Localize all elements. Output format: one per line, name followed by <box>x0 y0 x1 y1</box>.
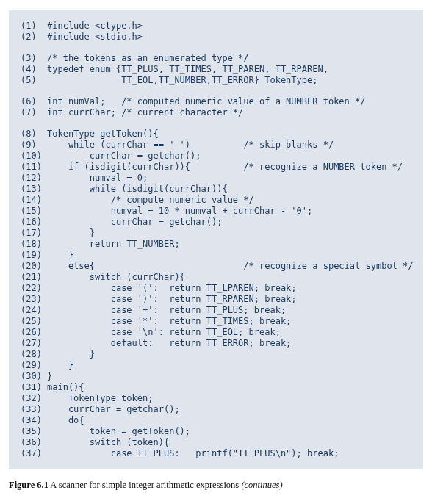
code-line: (34) do{ <box>15 415 417 426</box>
code-line: (26) case '\n': return TT_EOL; break; <box>15 327 417 338</box>
code-line: (33) currChar = getchar(); <box>15 404 417 415</box>
code-line: (18) return TT_NUMBER; <box>15 239 417 250</box>
code-line: (32) TokenType token; <box>15 393 417 404</box>
code-line: (19) } <box>15 250 417 261</box>
line-text: do{ <box>47 415 417 426</box>
line-text: } <box>47 228 417 239</box>
code-line: (25) case '*': return TT_TIMES; break; <box>15 316 417 327</box>
line-text: #include <stdio.h> <box>47 32 417 43</box>
line-text: else{ /* recognize a special symbol */ <box>47 261 417 272</box>
line-number: (13) <box>15 184 47 195</box>
code-line: (21) switch (currChar){ <box>15 272 417 283</box>
code-line: (13) while (isdigit(currChar)){ <box>15 184 417 195</box>
code-line: (24) case '+': return TT_PLUS; break; <box>15 305 417 316</box>
line-text: TT_EOL,TT_NUMBER,TT_ERROR} TokenType; <box>47 75 417 86</box>
line-text: case '\n': return TT_EOL; break; <box>47 327 417 338</box>
line-text: case '*': return TT_TIMES; break; <box>47 316 417 327</box>
code-line: (35) token = getToken(); <box>15 426 417 437</box>
line-number: (14) <box>15 195 47 206</box>
line-number: (27) <box>15 338 47 349</box>
line-number: (28) <box>15 349 47 360</box>
line-number: (7) <box>15 107 47 118</box>
line-number: (9) <box>15 140 47 151</box>
figure-caption-text: A scanner for simple integer arithmetic … <box>48 480 241 490</box>
line-number: (29) <box>15 360 47 371</box>
line-text: TokenType getToken(){ <box>47 129 417 140</box>
code-line: (3)/* the tokens as an enumerated type *… <box>15 53 417 64</box>
code-line: (15) numval = 10 * numval + currChar - '… <box>15 206 417 217</box>
code-line: (7)int currChar; /* current character */ <box>15 107 417 118</box>
line-number: (33) <box>15 404 47 415</box>
line-number: (21) <box>15 272 47 283</box>
line-number: (11) <box>15 162 47 173</box>
code-line: (37) case TT_PLUS: printf("TT_PLUS\n"); … <box>15 448 417 459</box>
line-text: /* compute numeric value */ <box>47 195 417 206</box>
line-text: while (currChar == ' ') /* skip blanks *… <box>47 140 417 151</box>
line-number: (5) <box>15 75 47 86</box>
line-number: (4) <box>15 64 47 75</box>
line-number: (2) <box>15 32 47 43</box>
line-number: (17) <box>15 228 47 239</box>
line-number: (36) <box>15 437 47 448</box>
code-listing: (1)#include <ctype.h>(2)#include <stdio.… <box>9 10 423 469</box>
line-number: (20) <box>15 261 47 272</box>
line-text: numval = 0; <box>47 173 417 184</box>
line-text: case '(': return TT_LPAREN; break; <box>47 283 417 294</box>
line-number: (26) <box>15 327 47 338</box>
line-number: (35) <box>15 426 47 437</box>
line-number: (32) <box>15 393 47 404</box>
line-number: (24) <box>15 305 47 316</box>
code-line: (27) default: return TT_ERROR; break; <box>15 338 417 349</box>
code-line: (30)} <box>15 371 417 382</box>
code-line: (17) } <box>15 228 417 239</box>
code-line: (4)typedef enum {TT_PLUS, TT_TIMES, TT_P… <box>15 64 417 75</box>
line-text: typedef enum {TT_PLUS, TT_TIMES, TT_PARE… <box>47 64 417 75</box>
code-line: (20) else{ /* recognize a special symbol… <box>15 261 417 272</box>
line-number: (19) <box>15 250 47 261</box>
code-line: (12) numval = 0; <box>15 173 417 184</box>
code-line: (8)TokenType getToken(){ <box>15 129 417 140</box>
code-line: (22) case '(': return TT_LPAREN; break; <box>15 283 417 294</box>
line-number: (16) <box>15 217 47 228</box>
line-number: (37) <box>15 448 47 459</box>
line-text: switch (token){ <box>47 437 417 448</box>
line-text: currChar = getchar(); <box>47 217 417 228</box>
line-number: (18) <box>15 239 47 250</box>
line-number: (10) <box>15 151 47 162</box>
figure-caption: Figure 6.1 A scanner for simple integer … <box>9 480 423 491</box>
code-line: (9) while (currChar == ' ') /* skip blan… <box>15 140 417 151</box>
line-number: (1) <box>15 21 47 32</box>
line-text: default: return TT_ERROR; break; <box>47 338 417 349</box>
line-text: return TT_NUMBER; <box>47 239 417 250</box>
line-text: token = getToken(); <box>47 426 417 437</box>
line-number: (12) <box>15 173 47 184</box>
code-line: (31)main(){ <box>15 382 417 393</box>
line-text: switch (currChar){ <box>47 272 417 283</box>
line-text: case TT_PLUS: printf("TT_PLUS\n"); break… <box>47 448 417 459</box>
page: (1)#include <ctype.h>(2)#include <stdio.… <box>0 0 432 504</box>
line-number: (25) <box>15 316 47 327</box>
code-line: (36) switch (token){ <box>15 437 417 448</box>
code-line: (11) if (isdigit(currChar)){ /* recogniz… <box>15 162 417 173</box>
code-line: (28) } <box>15 349 417 360</box>
line-number: (30) <box>15 371 47 382</box>
line-number: (23) <box>15 294 47 305</box>
code-line: (5) TT_EOL,TT_NUMBER,TT_ERROR} TokenType… <box>15 75 417 86</box>
line-text: currChar = getchar(); <box>47 404 417 415</box>
line-number: (31) <box>15 382 47 393</box>
code-line: (10) currChar = getchar(); <box>15 151 417 162</box>
code-line: (14) /* compute numeric value */ <box>15 195 417 206</box>
line-text: case ')': return TT_RPAREN; break; <box>47 294 417 305</box>
line-text: currChar = getchar(); <box>47 151 417 162</box>
blank-line <box>15 86 417 96</box>
line-text: } <box>47 250 417 261</box>
line-text: numval = 10 * numval + currChar - '0'; <box>47 206 417 217</box>
line-text: #include <ctype.h> <box>47 21 417 32</box>
code-line: (16) currChar = getchar(); <box>15 217 417 228</box>
line-text: } <box>47 349 417 360</box>
line-text: case '+': return TT_PLUS; break; <box>47 305 417 316</box>
line-text: int currChar; /* current character */ <box>47 107 417 118</box>
code-line: (29) } <box>15 360 417 371</box>
line-text: if (isdigit(currChar)){ /* recognize a N… <box>47 162 417 173</box>
line-text: TokenType token; <box>47 393 417 404</box>
